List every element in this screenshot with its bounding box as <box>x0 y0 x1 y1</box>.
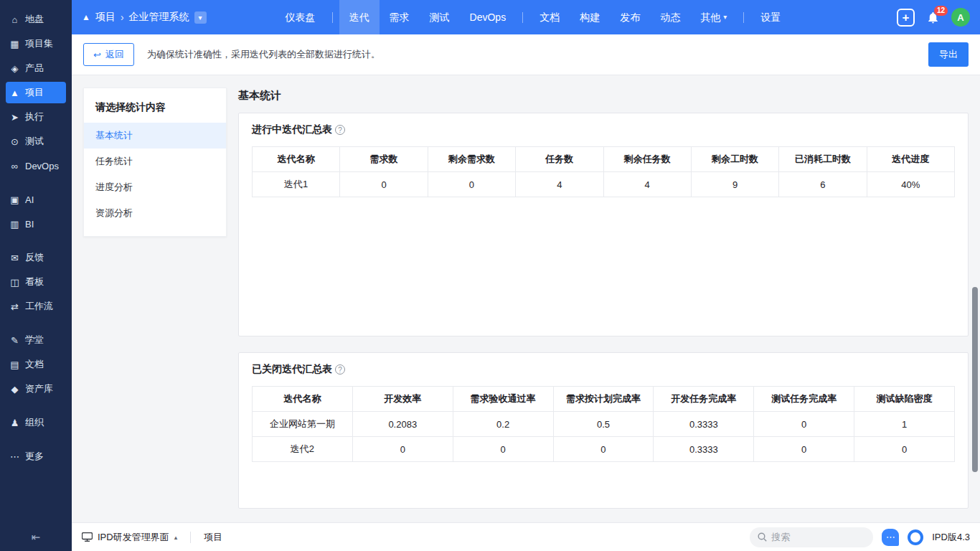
table-header-cell: 已消耗工时数 <box>779 147 867 172</box>
chat-icon[interactable]: ⋯ <box>882 529 899 546</box>
sidebar-item-kanban[interactable]: ◫ 看板 <box>6 271 66 293</box>
sidebar-item-doc[interactable]: ▤ 文档 <box>6 354 66 375</box>
tab-dashboard[interactable]: 仪表盘 <box>275 0 326 34</box>
help-icon[interactable]: ? <box>335 125 345 135</box>
sidebar-item-label: 测试 <box>25 135 44 148</box>
chevron-down-icon[interactable]: ▾ <box>194 11 207 24</box>
tab-iteration[interactable]: 迭代 <box>339 0 380 34</box>
panel-item-resource[interactable]: 资源分析 <box>84 200 226 226</box>
table-cell: 9 <box>691 172 778 197</box>
sidebar-item-label: 执行 <box>25 110 44 123</box>
table-header-cell: 剩余任务数 <box>603 147 691 172</box>
table-header-cell: 迭代进度 <box>867 147 954 172</box>
table-cell: 迭代1 <box>253 172 340 197</box>
table-header-cell: 剩余工时数 <box>691 147 778 172</box>
sidebar-item-label: 更多 <box>25 450 44 463</box>
table-header-row: 迭代名称 需求数 剩余需求数 任务数 剩余任务数 剩余工时数 已消耗工时数 迭代… <box>253 147 955 172</box>
app-switcher[interactable]: IPD研发管理界面 ▴ <box>82 531 177 544</box>
avatar[interactable]: A <box>951 8 970 27</box>
statistics-content: 基本统计 进行中迭代汇总表 ? 迭代名称 需求数 剩余需求数 任务数 剩余任务数… <box>238 88 969 511</box>
add-button[interactable]: + <box>897 9 915 27</box>
sidebar-item-school[interactable]: ✎ 学堂 <box>6 329 66 351</box>
table-cell: 0 <box>754 437 854 462</box>
vertical-scrollbar[interactable] <box>972 287 978 472</box>
sidebar-item-more[interactable]: ⋯ 更多 <box>6 446 66 467</box>
sidebar-item-label: 工作流 <box>25 300 53 313</box>
sidebar-item-ai[interactable]: ▣ AI <box>6 189 66 210</box>
sidebar-item-asset[interactable]: ◆ 资产库 <box>6 378 66 400</box>
more-icon: ⋯ <box>9 451 20 462</box>
chevron-down-icon: ▾ <box>723 0 727 34</box>
table-cell: 0.5 <box>553 412 654 437</box>
breadcrumb-separator: › <box>121 11 124 23</box>
table-cell: 0 <box>352 437 453 462</box>
tab-other[interactable]: 其他 ▾ <box>690 0 737 34</box>
table-header-cell: 需求数 <box>340 147 428 172</box>
sidebar-item-product[interactable]: ◈ 产品 <box>6 57 66 79</box>
table-cell: 0.3333 <box>654 437 754 462</box>
tab-story[interactable]: 需求 <box>380 0 420 34</box>
export-button[interactable]: 导出 <box>928 42 969 67</box>
sidebar-item-devops[interactable]: ∞ DevOps <box>6 155 66 176</box>
statistics-menu-panel: 请选择统计内容 基本统计 任务统计 进度分析 资源分析 <box>83 88 227 237</box>
execution-icon: ➤ <box>9 112 20 123</box>
asset-icon: ◆ <box>9 384 20 395</box>
footer-divider <box>190 532 191 543</box>
version-label: IPD版4.3 <box>932 531 970 544</box>
closed-iterations-card: 已关闭迭代汇总表 ? 迭代名称 开发效率 需求验收通过率 需求按计划完成率 开发… <box>238 352 969 509</box>
table-header-cell: 测试缺陷密度 <box>854 387 955 412</box>
panel-item-progress[interactable]: 进度分析 <box>84 174 226 200</box>
tab-build[interactable]: 构建 <box>570 0 610 34</box>
help-icon[interactable]: ? <box>335 364 345 375</box>
page-title: 基本统计 <box>238 89 969 103</box>
sidebar-item-test[interactable]: ⊙ 测试 <box>6 131 66 152</box>
sidebar-item-execution[interactable]: ➤ 执行 <box>6 106 66 128</box>
sidebar-item-label: BI <box>25 219 34 230</box>
table-header-row: 迭代名称 开发效率 需求验收通过率 需求按计划完成率 开发任务完成率 测试任务完… <box>253 387 955 412</box>
table-cell: 1 <box>854 412 955 437</box>
sidebar-item-feedback[interactable]: ✉ 反馈 <box>6 247 66 268</box>
table-header-cell: 迭代名称 <box>253 387 353 412</box>
table-cell: 0 <box>553 437 654 462</box>
tab-settings[interactable]: 设置 <box>750 0 791 34</box>
table-cell: 企业网站第一期 <box>253 412 353 437</box>
table-cell: 0.3333 <box>654 412 754 437</box>
app-logo <box>908 529 923 545</box>
collapse-sidebar-icon[interactable]: ⇤ <box>0 531 72 544</box>
product-icon: ◈ <box>9 63 20 74</box>
breadcrumb-current[interactable]: 企业管理系统 <box>129 11 189 24</box>
top-header: ▲ 项目 › 企业管理系统 ▾ 仪表盘 迭代 需求 测试 DevOps 文档 构… <box>72 0 980 34</box>
panel-item-basic[interactable]: 基本统计 <box>84 123 226 149</box>
tab-doc[interactable]: 文档 <box>529 0 570 34</box>
tab-release[interactable]: 发布 <box>610 0 650 34</box>
sidebar-item-label: 学堂 <box>25 334 44 347</box>
sidebar-item-home[interactable]: ⌂ 地盘 <box>6 9 66 30</box>
panel-item-task[interactable]: 任务统计 <box>84 149 226 174</box>
search-input[interactable] <box>771 532 857 542</box>
table-header-cell: 迭代名称 <box>253 147 340 172</box>
header-actions: + 12 A <box>897 8 970 27</box>
sidebar-item-program[interactable]: ▦ 项目集 <box>6 33 66 55</box>
card-title: 已关闭迭代汇总表 ? <box>252 363 955 376</box>
sidebar-item-org[interactable]: ♟ 组织 <box>6 412 66 433</box>
footer-tab-project[interactable]: 项目 <box>204 531 222 544</box>
back-button[interactable]: ↩ 返回 <box>83 43 134 66</box>
tab-devops[interactable]: DevOps <box>460 0 517 34</box>
panel-title: 请选择统计内容 <box>84 95 226 123</box>
organization-icon: ♟ <box>9 418 20 428</box>
project-icon: ▲ <box>9 88 20 98</box>
table-header-cell: 测试任务完成率 <box>754 387 854 412</box>
breadcrumb-root[interactable]: 项目 <box>95 11 116 24</box>
back-icon: ↩ <box>93 50 101 60</box>
tab-test[interactable]: 测试 <box>420 0 460 34</box>
search-box <box>750 527 873 547</box>
table-header-cell: 剩余需求数 <box>428 147 515 172</box>
table-header-cell: 开发效率 <box>352 387 453 412</box>
sidebar-item-bi[interactable]: ▥ BI <box>6 213 66 235</box>
back-label: 返回 <box>105 48 124 61</box>
sidebar-item-project[interactable]: ▲ 项目 <box>6 82 66 103</box>
workflow-icon: ⇄ <box>9 301 20 312</box>
notifications-button[interactable]: 12 <box>926 11 940 24</box>
tab-dynamic[interactable]: 动态 <box>650 0 690 34</box>
sidebar-item-workflow[interactable]: ⇄ 工作流 <box>6 296 66 317</box>
